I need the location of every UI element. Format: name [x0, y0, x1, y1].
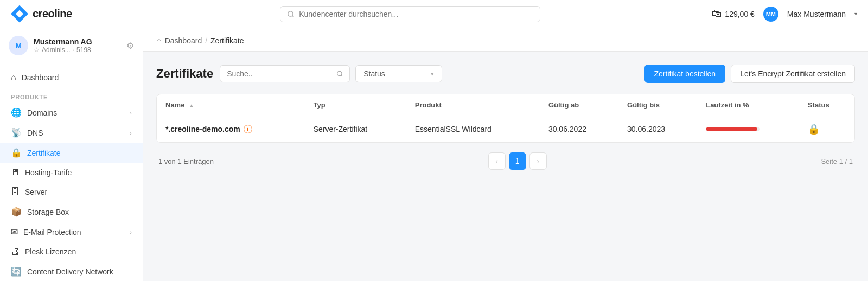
svg-line-3	[341, 75, 342, 76]
status-dropdown[interactable]: Status ▾	[355, 65, 442, 82]
pagination-area: 1 von 1 Einträgen ‹ 1 › Seite 1 / 1	[156, 145, 855, 177]
account-company: Mustermann AG	[34, 37, 121, 46]
account-info: Mustermann AG ☆ Adminis... · 5198	[34, 37, 121, 54]
domains-label: Domains	[27, 108, 57, 117]
email-chevron: ›	[130, 229, 132, 235]
star-icon: ☆	[34, 46, 40, 54]
cart-area[interactable]: 🛍 129,00 €	[712, 8, 755, 20]
page-header: Zertifikate Status ▾ Zertifikat bestel	[156, 65, 855, 83]
cart-icon: 🛍	[712, 8, 722, 20]
sidebar-item-zertifikate[interactable]: 🔒 Zertifikate	[0, 143, 143, 163]
dns-icon: 📡	[11, 127, 22, 138]
gear-icon[interactable]: ⚙	[126, 41, 134, 51]
account-separator: ·	[73, 46, 74, 54]
section-label-produkte: PRODUKTE	[0, 87, 143, 103]
zertifikate-icon: 🔒	[11, 148, 22, 158]
col-typ: Typ	[305, 94, 406, 116]
top-header: creoline 🛍 129,00 € MM Max Mustermann ▾	[0, 0, 868, 28]
warning-icon: i	[244, 125, 252, 133]
logo-icon	[11, 5, 28, 23]
pagination-info: 1 von 1 Einträgen	[158, 157, 214, 165]
sidebar-dashboard-label: Dashboard	[22, 73, 59, 82]
table-search-bar[interactable]	[220, 65, 350, 82]
sidebar-item-storage-box[interactable]: 📦 Storage Box	[0, 202, 143, 222]
server-icon: 🗄	[11, 187, 20, 197]
sidebar-item-domains[interactable]: 🌐 Domains ›	[0, 103, 143, 123]
logo-text: creoline	[33, 8, 72, 20]
sidebar-item-hosting[interactable]: 🖥 Hosting-Tarife	[0, 163, 143, 182]
svg-point-0	[288, 11, 293, 16]
sidebar-item-email-protection[interactable]: ✉ E-Mail Protection ›	[0, 222, 143, 242]
cdn-icon: 🔄	[11, 266, 22, 277]
col-status: Status	[799, 94, 854, 116]
cdn-label: Content Delivery Network	[27, 267, 113, 276]
page-body: Zertifikate Status ▾ Zertifikat bestel	[143, 52, 868, 190]
breadcrumb-current: Zertifikate	[210, 36, 244, 45]
sidebar-nav: ⌂ Dashboard PRODUKTE 🌐 Domains › 📡 DNS ›…	[0, 63, 143, 281]
storagebox-icon: 📦	[11, 207, 22, 217]
plesk-label: Plesk Lizenzen	[25, 247, 76, 256]
sidebar-item-dashboard[interactable]: ⌂ Dashboard	[0, 68, 143, 87]
action-buttons: Zertifikat bestellen Let's Encrypt Zerti…	[644, 65, 855, 83]
table-search-icon	[336, 70, 343, 78]
certificates-table: Name ▲ Typ Produkt Gültig ab Gültig bis …	[156, 94, 855, 143]
sidebar-item-server[interactable]: 🗄 Server	[0, 182, 143, 202]
pagination-page-1[interactable]: 1	[509, 152, 526, 170]
search-input[interactable]	[299, 10, 533, 18]
cell-produkt: EssentialSSL Wildcard	[406, 116, 540, 143]
dns-chevron: ›	[130, 130, 132, 136]
page-title: Zertifikate	[156, 67, 213, 81]
plesk-icon: 🖨	[11, 247, 20, 257]
home-icon: ⌂	[156, 36, 162, 46]
header-right: 🛍 129,00 € MM Max Mustermann ▾	[712, 7, 857, 22]
dns-label: DNS	[27, 129, 43, 137]
breadcrumb-separator: /	[205, 36, 207, 45]
col-gueltig-bis: Gültig bis	[618, 94, 697, 116]
pagination-next[interactable]: ›	[529, 152, 547, 170]
status-chevron: ▾	[431, 71, 434, 78]
hosting-icon: 🖥	[11, 168, 20, 177]
main-content: ⌂ Dashboard / Zertifikate Zertifikate St…	[143, 28, 868, 281]
server-label: Server	[25, 188, 47, 196]
breadcrumb: ⌂ Dashboard / Zertifikate	[143, 28, 868, 52]
user-avatar: MM	[763, 7, 778, 22]
domain-name-text: *.creoline-demo.com	[165, 125, 240, 133]
user-name: Max Mustermann	[787, 10, 846, 18]
page-side-info: Seite 1 / 1	[821, 157, 853, 165]
table-search-input[interactable]	[227, 69, 331, 78]
order-certificate-button[interactable]: Zertifikat bestellen	[644, 65, 726, 83]
email-label: E-Mail Protection	[23, 228, 81, 237]
breadcrumb-dashboard[interactable]: Dashboard	[165, 36, 202, 45]
sidebar: M Mustermann AG ☆ Adminis... · 5198 ⚙ ⌂ …	[0, 28, 143, 281]
search-icon	[287, 10, 295, 18]
logo-area: creoline	[11, 5, 108, 23]
laufzeit-fill	[706, 127, 757, 131]
sidebar-item-cdn[interactable]: 🔄 Content Delivery Network	[0, 261, 143, 281]
layout: M Mustermann AG ☆ Adminis... · 5198 ⚙ ⌂ …	[0, 0, 868, 281]
account-avatar: M	[9, 36, 28, 55]
account-id: 5198	[76, 46, 91, 54]
cell-laufzeit	[697, 116, 799, 143]
sort-icon-name[interactable]: ▲	[189, 103, 194, 108]
status-placeholder: Status	[363, 69, 385, 78]
account-section: M Mustermann AG ☆ Adminis... · 5198 ⚙	[0, 28, 143, 63]
sidebar-item-dns[interactable]: 📡 DNS ›	[0, 123, 143, 143]
account-role: Adminis...	[42, 46, 71, 54]
domains-chevron: ›	[130, 110, 132, 116]
account-sub: ☆ Adminis... · 5198	[34, 46, 121, 54]
col-name: Name ▲	[157, 94, 305, 116]
col-name-label: Name	[165, 101, 184, 109]
col-gueltig-ab: Gültig ab	[540, 94, 618, 116]
user-menu-chevron[interactable]: ▾	[854, 11, 857, 17]
cell-status: 🔒	[799, 116, 854, 143]
pagination-prev[interactable]: ‹	[488, 152, 506, 170]
search-area	[108, 6, 712, 22]
col-produkt: Produkt	[406, 94, 540, 116]
lock-icon: 🔒	[808, 124, 820, 135]
domain-name: *.creoline-demo.com i	[165, 125, 296, 133]
letsencrypt-button[interactable]: Let's Encrypt Zertifikat erstellen	[731, 65, 855, 83]
search-bar[interactable]	[280, 6, 540, 22]
search-filter: Status ▾	[220, 65, 637, 82]
dashboard-icon: ⌂	[11, 73, 16, 82]
sidebar-item-plesk[interactable]: 🖨 Plesk Lizenzen	[0, 242, 143, 261]
